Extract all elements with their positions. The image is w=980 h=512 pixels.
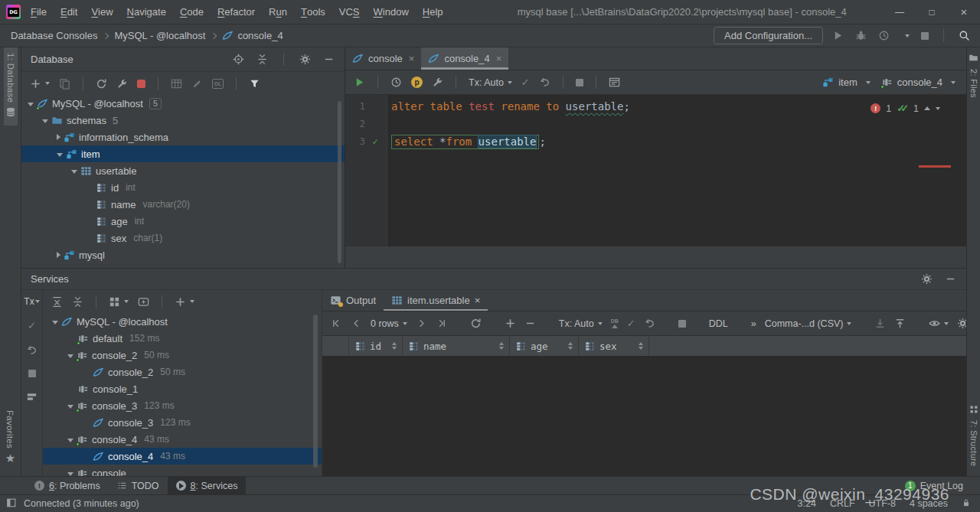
code-editor[interactable]: 1alter table test rename to usertable;23…: [345, 95, 966, 246]
tab-output[interactable]: Output: [322, 290, 384, 311]
close-icon[interactable]: ×: [948, 0, 980, 24]
gear-button[interactable]: [955, 316, 966, 331]
services-tree-item-console[interactable]: console: [43, 465, 322, 476]
menu-help[interactable]: Help: [416, 0, 450, 24]
menu-navigate[interactable]: Navigate: [120, 0, 173, 24]
wrench-db-button[interactable]: [114, 77, 130, 91]
menu-run[interactable]: Run: [262, 0, 294, 24]
refresh-button[interactable]: [468, 316, 484, 331]
stop-gray-button[interactable]: [676, 318, 688, 329]
services-tree-item-console_3[interactable]: console_3123 ms: [43, 397, 322, 414]
search-button[interactable]: [956, 28, 972, 43]
lock-icon[interactable]: [962, 497, 971, 510]
run-gray-button[interactable]: [830, 28, 846, 43]
expand-all-button[interactable]: [49, 295, 65, 309]
chevron-down-icon[interactable]: [67, 354, 74, 358]
chevron-down-icon[interactable]: [71, 170, 77, 174]
database-tree-item-id[interactable]: idint: [21, 179, 345, 196]
hide-button[interactable]: [942, 272, 959, 286]
locate-button[interactable]: [230, 52, 247, 67]
chevron-down-icon[interactable]: [67, 405, 74, 409]
toolwindow-button-structure[interactable]: 7: Structure: [968, 399, 980, 471]
menu-edit[interactable]: Edit: [54, 0, 84, 24]
stop-red-button[interactable]: [135, 78, 148, 90]
output-console-button[interactable]: [606, 75, 622, 90]
prev-problem-icon[interactable]: [924, 106, 930, 110]
bug-button[interactable]: [853, 28, 869, 43]
params-button[interactable]: p: [409, 75, 425, 90]
sort-icon[interactable]: [499, 342, 504, 350]
hide-button[interactable]: [321, 52, 337, 67]
duplicate-button[interactable]: [57, 77, 73, 91]
toolwindow-button-8-services[interactable]: 8: Services: [168, 477, 247, 494]
services-tree-item-console_3[interactable]: console_3123 ms: [43, 414, 322, 431]
wrench-button[interactable]: [430, 75, 446, 90]
chevron-right-icon[interactable]: [57, 252, 60, 258]
toolwindow-button-6-problems[interactable]: !6: Problems: [26, 477, 109, 494]
db-up-button[interactable]: DB: [609, 317, 621, 330]
menu-file[interactable]: File: [24, 0, 54, 24]
table-grid-button[interactable]: [168, 77, 185, 91]
menu-vcs[interactable]: VCS: [332, 0, 367, 24]
add-button[interactable]: [172, 295, 197, 309]
database-tree-item-mysql[interactable]: mysql: [21, 246, 345, 263]
database-scrollbar[interactable]: [338, 101, 341, 263]
run-green-button[interactable]: [351, 75, 368, 90]
column-header-age[interactable]: age: [510, 336, 579, 356]
minimize-icon[interactable]: —: [884, 0, 916, 24]
edit-pencil-button[interactable]: [189, 77, 205, 91]
menu-tools[interactable]: Tools: [294, 0, 332, 24]
profiler-button[interactable]: [876, 28, 892, 43]
services-tree-item-console_4[interactable]: console_443 ms: [43, 431, 322, 448]
chevron-down-icon[interactable]: [52, 321, 58, 324]
services-tree-item-console_4[interactable]: console_443 ms: [43, 448, 322, 465]
close-icon[interactable]: ×: [409, 53, 415, 64]
database-tree-item-mysql-localhost[interactable]: MySQL - @localhost5: [21, 95, 345, 112]
toolwindow-button-database[interactable]: 1: Database: [4, 47, 18, 126]
session-switcher[interactable]: console_4: [881, 77, 956, 88]
filter-button[interactable]: [247, 77, 263, 91]
database-tree-item-sex[interactable]: sexchar(1): [21, 230, 345, 246]
database-tree-item-information_schema[interactable]: information_schema: [21, 129, 345, 145]
check-dim-button[interactable]: ✓: [519, 76, 532, 89]
tx-button[interactable]: Tx: [21, 295, 41, 308]
column-header-id[interactable]: id: [349, 336, 403, 356]
chevron-right-icon[interactable]: [57, 134, 60, 140]
collapse-all-button[interactable]: [254, 52, 270, 67]
next-problem-icon[interactable]: [936, 107, 940, 110]
grid-comma-d-csv--button[interactable]: Comma-...d (CSV): [763, 317, 854, 331]
gear-button[interactable]: [297, 52, 313, 67]
layout-button[interactable]: [24, 390, 40, 404]
toolwindow-button-files[interactable]: 2: Files: [967, 47, 980, 103]
close-icon[interactable]: ×: [475, 295, 481, 306]
toolwindow-button-todo[interactable]: TODO: [109, 477, 168, 494]
menu-code[interactable]: Code: [173, 0, 211, 24]
database-tree-item-age[interactable]: ageint: [21, 213, 345, 230]
upload-top-button[interactable]: [892, 316, 908, 331]
services-tree-item-mysql-localhost[interactable]: MySQL - @localhost: [43, 313, 322, 330]
group-by-button[interactable]: [106, 295, 131, 309]
grid-tx-auto-button[interactable]: Tx: Auto: [557, 317, 605, 331]
rollback-button[interactable]: [642, 316, 658, 331]
refresh-button[interactable]: [93, 77, 109, 91]
close-icon[interactable]: ×: [496, 53, 502, 64]
grid-ddl-button[interactable]: DDL: [707, 317, 730, 331]
minus-button[interactable]: [522, 316, 538, 331]
eye-button[interactable]: [926, 316, 951, 331]
edtb-tx-auto-button[interactable]: Tx: Auto: [466, 76, 514, 90]
download-button[interactable]: [872, 316, 888, 331]
stop-gray-button[interactable]: [573, 77, 586, 88]
stop-gray-button[interactable]: [919, 31, 931, 41]
database-tree-item-name[interactable]: namevarchar(20): [21, 196, 345, 213]
add-button[interactable]: [502, 316, 518, 331]
grid-0-rows-button[interactable]: 0 rows: [368, 317, 410, 331]
database-tree-item-usertable[interactable]: usertable: [21, 162, 345, 179]
breadcrumb-item[interactable]: MySQL - @localhost: [114, 30, 205, 41]
chevron-down-icon[interactable]: [42, 119, 48, 123]
chevron-down-icon[interactable]: [67, 439, 74, 442]
check-dim-button[interactable]: ✓: [625, 317, 638, 330]
history-button[interactable]: [388, 75, 404, 90]
sort-icon[interactable]: [392, 342, 397, 350]
sort-icon[interactable]: [568, 342, 573, 350]
maximize-icon[interactable]: □: [916, 0, 948, 24]
